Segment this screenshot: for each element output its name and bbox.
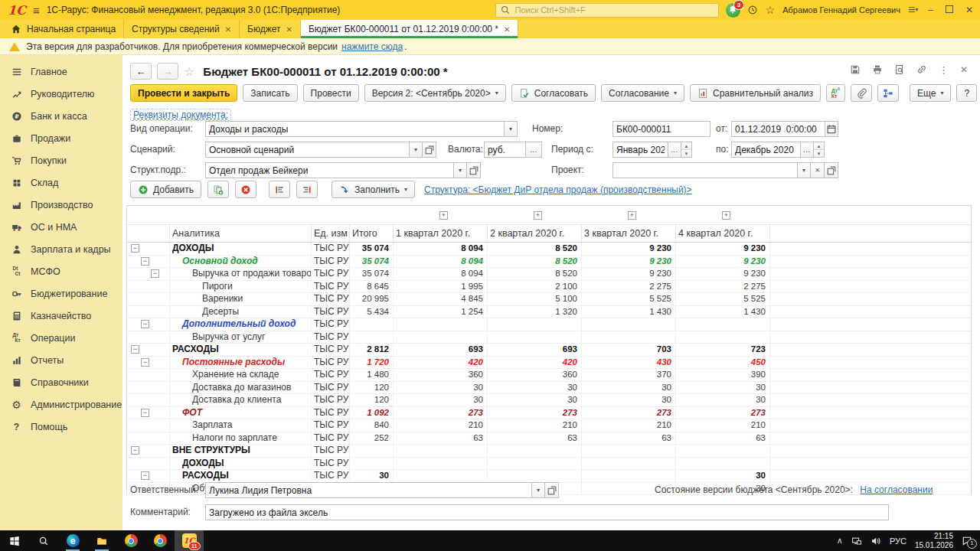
project-open-icon[interactable] [825, 162, 838, 178]
tab-0[interactable]: Начальная страница [3, 20, 124, 38]
table-row[interactable]: −РАСХОДЫТЫС РУ2 812693693703723 [127, 344, 971, 357]
scenario-combo[interactable]: ▾ [205, 142, 436, 158]
unit-cell[interactable]: ТЫС РУ [311, 407, 349, 419]
taskbar-search-icon[interactable] [29, 530, 58, 551]
value-cell[interactable]: 30 [393, 394, 487, 406]
analytics-cell[interactable]: Выручка от услуг [169, 331, 311, 344]
value-cell[interactable]: 9 230 [581, 243, 675, 255]
unit-cell[interactable]: ТЫС РУ [311, 432, 349, 445]
approval-menu-button[interactable]: Согласование▾ [601, 84, 684, 102]
value-cell[interactable] [581, 445, 675, 457]
unit-cell[interactable]: ТЫС РУ [311, 419, 349, 432]
value-cell[interactable] [581, 331, 675, 344]
period-to-field[interactable]: … ▲▼ [731, 142, 825, 158]
value-cell[interactable]: 30 [487, 394, 581, 406]
sidebar-item-5[interactable]: Склад [0, 171, 122, 194]
tab-close-icon[interactable]: ✕ [504, 25, 510, 34]
sidebar-item-1[interactable]: Руководителю [0, 83, 122, 105]
more-button[interactable]: Еще▾ [910, 84, 951, 102]
tab-close-icon[interactable]: ✕ [286, 25, 292, 34]
column-header-3[interactable]: 1 квартал 2020 г. [393, 225, 487, 242]
value-cell[interactable]: 252 [349, 432, 393, 445]
value-cell[interactable]: 8 094 [393, 268, 487, 280]
kebab-menu-icon[interactable]: ⋮ [939, 65, 949, 75]
value-cell[interactable] [487, 470, 581, 482]
project-dropdown-icon[interactable]: ▾ [797, 162, 811, 178]
taskbar-1c-icon[interactable]: 1С11 [175, 530, 204, 551]
value-cell[interactable]: 8 520 [487, 256, 581, 268]
requisites-link[interactable]: Реквизиты документа: [130, 109, 231, 121]
get-link-icon[interactable] [916, 64, 927, 75]
collapse-toggle-icon[interactable]: − [131, 345, 139, 354]
back-button[interactable]: ← [130, 63, 152, 80]
value-cell[interactable]: 1 430 [581, 306, 675, 318]
value-cell[interactable]: 210 [675, 419, 769, 432]
value-cell[interactable] [675, 458, 769, 470]
value-cell[interactable] [581, 470, 675, 482]
project-input[interactable] [612, 162, 797, 178]
currency-input[interactable] [484, 142, 525, 158]
analytics-cell[interactable]: Вареники [169, 293, 311, 305]
tab-3[interactable]: Бюджет БК00-000011 от 01.12.2019 0:00:00… [301, 20, 519, 38]
taskbar-chrome-icon[interactable] [116, 530, 145, 551]
tray-chevron-icon[interactable]: ∧ [837, 536, 843, 546]
project-clear-icon[interactable]: ✕ [811, 162, 825, 178]
column-header-0[interactable]: Аналитика [169, 225, 311, 242]
unit-cell[interactable]: ТЫС РУ [311, 243, 349, 255]
value-cell[interactable]: 30 [675, 382, 769, 394]
sidebar-item-16[interactable]: ?Помощь [0, 416, 122, 438]
value-cell[interactable] [393, 331, 487, 344]
period-to-input[interactable] [731, 142, 800, 158]
value-cell[interactable]: 5 525 [675, 293, 769, 305]
responsible-input[interactable] [205, 482, 531, 498]
unit-cell[interactable]: ТЫС РУ [311, 445, 349, 457]
value-cell[interactable]: 703 [581, 344, 675, 356]
attachments-button[interactable] [851, 84, 872, 102]
table-row[interactable]: Выручка от услугТЫС РУ [127, 331, 971, 344]
value-cell[interactable] [675, 331, 769, 344]
operation-input[interactable] [205, 121, 504, 137]
value-cell[interactable] [581, 458, 675, 470]
column-header-5[interactable]: 3 квартал 2020 г. [581, 225, 675, 242]
unit-cell[interactable]: ТЫС РУ [311, 256, 349, 268]
unit-cell[interactable]: ТЫС РУ [311, 306, 349, 318]
collapse-toggle-icon[interactable]: − [141, 358, 149, 367]
collapse-toggle-icon[interactable]: − [131, 446, 139, 455]
calendar-icon[interactable] [825, 121, 838, 137]
unit-cell[interactable]: ТЫС РУ [311, 357, 349, 369]
value-cell[interactable]: 63 [581, 432, 675, 445]
responsible-dropdown-icon[interactable]: ▾ [531, 482, 545, 498]
analytics-cell[interactable]: РАСХОДЫ [169, 470, 311, 482]
value-cell[interactable] [349, 318, 393, 331]
level-up-button[interactable] [269, 181, 290, 198]
value-cell[interactable]: 420 [393, 357, 487, 369]
analytics-cell[interactable]: ФОТ [169, 407, 311, 419]
department-input[interactable] [205, 162, 453, 178]
save-icon[interactable] [850, 64, 861, 75]
analytics-cell[interactable]: Доставка до клиента [169, 394, 311, 406]
expand-quarter-2-icon[interactable]: + [534, 211, 542, 220]
table-row[interactable]: −РАСХОДЫТЫС РУ3030 [127, 470, 971, 483]
value-cell[interactable]: 1 254 [393, 306, 487, 318]
department-dropdown-icon[interactable]: ▾ [453, 162, 467, 178]
value-cell[interactable] [675, 318, 769, 331]
help-button[interactable]: ? [956, 84, 977, 102]
department-combo[interactable]: ▾ [205, 162, 481, 178]
sidebar-item-3[interactable]: Продажи [0, 127, 122, 149]
value-cell[interactable]: 210 [581, 419, 675, 432]
value-cell[interactable]: 210 [487, 419, 581, 432]
sidebar-item-13[interactable]: Отчеты [0, 349, 122, 371]
forward-button[interactable]: → [157, 63, 178, 80]
favorites-star-icon[interactable]: ☆ [766, 5, 776, 15]
sidebar-item-15[interactable]: ⚙Администрирование [0, 393, 122, 416]
language-indicator[interactable]: РУС [890, 536, 906, 546]
value-cell[interactable]: 2 812 [349, 344, 393, 356]
value-cell[interactable]: 2 275 [675, 281, 769, 293]
history-icon[interactable] [747, 5, 758, 15]
scenario-input[interactable] [205, 142, 409, 158]
value-cell[interactable]: 1 092 [349, 407, 393, 419]
number-field[interactable] [612, 121, 710, 137]
value-cell[interactable]: 1 320 [487, 306, 581, 318]
value-cell[interactable]: 273 [581, 407, 675, 419]
close-window-button[interactable]: ✕ [963, 5, 975, 15]
